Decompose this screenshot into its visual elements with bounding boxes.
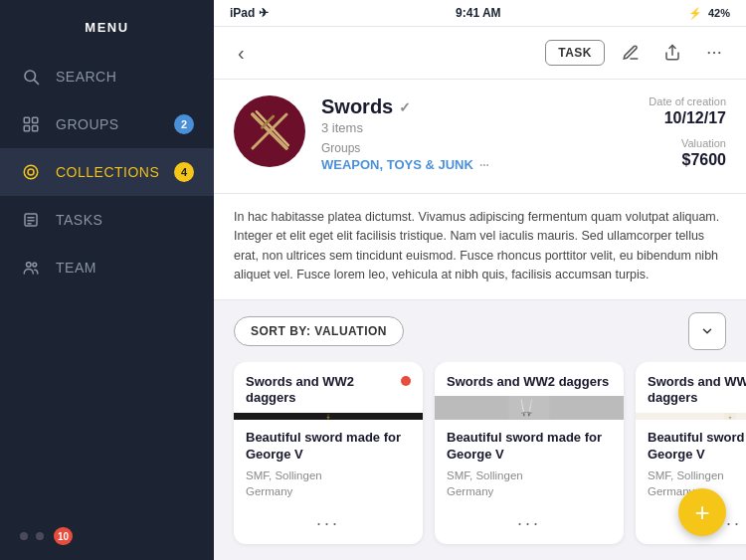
groups-icon (20, 113, 42, 135)
page-dot-1[interactable] (20, 532, 28, 540)
bluetooth-icon: ⚡ (688, 7, 702, 20)
notification-badge[interactable]: 10 (54, 527, 73, 545)
status-right: ⚡ 42% (688, 7, 730, 20)
svg-rect-4 (24, 126, 29, 131)
status-left: iPad ✈ (230, 6, 269, 20)
date-label: Date of creation (649, 95, 726, 107)
sidebar-nav: SEARCH GROUPS 2 COLLECTIONS 4 (0, 53, 214, 512)
card-0[interactable]: Swords and WW2 daggers (234, 362, 423, 545)
collection-description: In hac habitasse platea dictumst. Vivamu… (214, 194, 746, 300)
svg-point-7 (28, 169, 34, 175)
svg-rect-5 (33, 126, 38, 131)
svg-point-13 (33, 263, 37, 267)
collection-groups-label: Groups (321, 141, 633, 155)
battery-level: 42% (708, 7, 730, 19)
card-1[interactable]: Swords and WW2 daggers (435, 362, 624, 545)
card-1-sub2: Germany (447, 483, 612, 499)
collection-header: Swords ✓ 3 items Groups WEAPON, TOYS & J… (214, 80, 746, 194)
card-2-title: Swords and WW2 daggers (648, 374, 746, 408)
collections-icon (20, 161, 42, 183)
status-time: 9:41 AM (456, 6, 501, 20)
edit-button[interactable] (615, 37, 647, 69)
card-0-image (234, 413, 423, 420)
verified-icon: ✓ (399, 99, 411, 115)
sidebar-item-groups[interactable]: GROUPS 2 (0, 100, 214, 148)
search-icon (20, 66, 42, 88)
svg-rect-2 (24, 117, 29, 122)
sidebar-item-search-label: SEARCH (56, 69, 194, 85)
sidebar-item-groups-label: GROUPS (56, 116, 174, 132)
main-content: iPad ✈ 9:41 AM ⚡ 42% ‹ TASK (214, 0, 746, 560)
svg-point-15 (708, 52, 710, 54)
share-button[interactable] (656, 37, 688, 69)
card-1-sub1: SMF, Sollingen (447, 467, 612, 483)
tasks-icon (20, 209, 42, 231)
task-button[interactable]: TASK (545, 40, 605, 66)
back-button[interactable]: ‹ (230, 38, 253, 69)
sidebar-item-tasks-label: TASKS (56, 212, 194, 228)
sidebar-item-collections[interactable]: COLLECTIONS 4 (0, 148, 214, 196)
team-icon (20, 257, 42, 279)
more-button[interactable] (698, 37, 730, 69)
sidebar-title: MENU (0, 0, 214, 53)
sort-bar: SORT BY: VALUATION (214, 300, 746, 362)
card-1-title: Swords and WW2 daggers (447, 374, 612, 391)
card-0-name: Beautiful sword made for George V (246, 430, 411, 464)
groups-more-icon[interactable]: ··· (479, 158, 489, 172)
fab-add-button[interactable]: + (678, 488, 726, 536)
valuation-value: $7600 (649, 151, 726, 169)
dropdown-button[interactable] (688, 312, 726, 350)
svg-point-16 (713, 52, 715, 54)
svg-point-12 (27, 263, 32, 268)
cards-grid: Swords and WW2 daggers (214, 362, 746, 561)
card-1-image (435, 396, 624, 420)
collection-groups-value: WEAPON, TOYS & JUNK ··· (321, 157, 633, 172)
sidebar-item-search[interactable]: SEARCH (0, 53, 214, 100)
valuation-label: Valuation (649, 137, 726, 149)
collection-info: Swords ✓ 3 items Groups WEAPON, TOYS & J… (321, 95, 633, 172)
card-0-sub2: Germany (246, 483, 411, 499)
sidebar: MENU SEARCH GROUPS 2 (0, 0, 214, 560)
top-bar: ‹ TASK (214, 27, 746, 80)
svg-rect-3 (33, 117, 38, 122)
sidebar-item-team-label: TEAM (56, 260, 194, 276)
card-1-name: Beautiful sword made for George V (447, 430, 612, 464)
sidebar-item-team[interactable]: TEAM (0, 244, 214, 291)
collections-badge: 4 (174, 162, 194, 182)
card-0-more[interactable]: ··· (234, 507, 423, 544)
collection-title: Swords ✓ (321, 95, 633, 118)
card-2-sub1: SMF, Sollingen (648, 467, 746, 483)
sort-button[interactable]: SORT BY: VALUATION (234, 316, 404, 346)
collection-avatar (234, 95, 305, 167)
collection-meta: Date of creation 10/12/17 Valuation $760… (649, 95, 726, 179)
svg-line-1 (34, 80, 38, 84)
groups-badge: 2 (174, 114, 194, 134)
sidebar-item-collections-label: COLLECTIONS (56, 164, 174, 180)
date-value: 10/12/17 (649, 109, 726, 127)
collection-item-count: 3 items (321, 120, 633, 135)
svg-point-6 (24, 165, 38, 179)
status-bar: iPad ✈ 9:41 AM ⚡ 42% (214, 0, 746, 27)
svg-point-17 (718, 52, 720, 54)
page-dot-2[interactable] (36, 532, 44, 540)
card-1-more[interactable]: ··· (435, 507, 624, 544)
card-0-status-dot (401, 376, 411, 386)
card-0-title: Swords and WW2 daggers (246, 374, 395, 408)
sidebar-item-tasks[interactable]: TASKS (0, 196, 214, 244)
card-0-sub1: SMF, Sollingen (246, 467, 411, 483)
sidebar-footer: 10 (0, 512, 214, 560)
card-2-name: Beautiful sword made for George V (648, 430, 746, 464)
card-2-image (636, 413, 746, 420)
